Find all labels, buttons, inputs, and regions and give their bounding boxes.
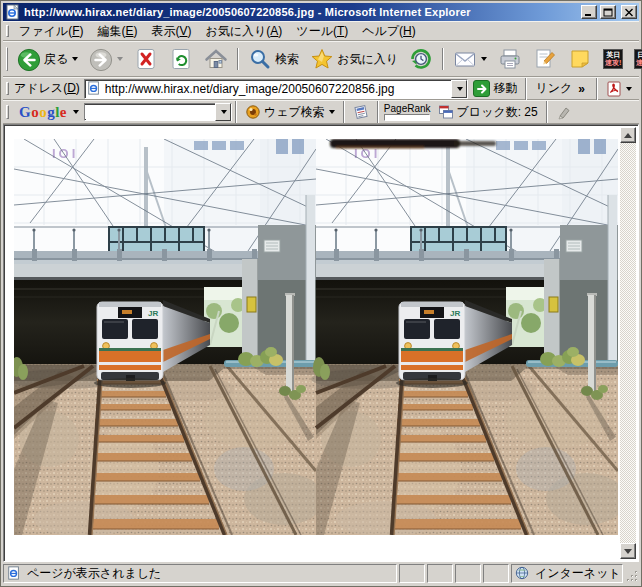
page-info-icon — [353, 104, 369, 120]
pagerank-widget[interactable]: PageRank — [382, 104, 433, 121]
stop-icon — [134, 47, 158, 71]
browser-window: http://www.hirax.net/diary_image/2005060… — [0, 0, 642, 587]
resize-grip[interactable] — [625, 564, 639, 583]
googlebar-grip[interactable] — [6, 105, 9, 119]
google-dropdown-icon — [73, 110, 79, 114]
edit-button[interactable] — [528, 44, 562, 74]
links-overflow-chevron: » — [575, 82, 588, 96]
adobe-pdf-icon — [606, 81, 622, 97]
addressbar-separator — [525, 78, 527, 100]
search-button[interactable]: 検索 — [243, 44, 304, 74]
web-search-label: ウェブ検索 — [264, 104, 325, 121]
search-icon — [248, 47, 272, 71]
menubar-grip[interactable] — [6, 25, 9, 38]
scroll-down-button[interactable] — [620, 543, 636, 559]
refresh-icon — [169, 47, 193, 71]
status-panel-empty — [483, 564, 509, 583]
page-info-button[interactable] — [348, 101, 374, 123]
photo-stereo-pair: IOI — [14, 139, 618, 535]
menu-view[interactable]: 表示(V) — [144, 21, 198, 42]
stop-button[interactable] — [129, 44, 163, 74]
menu-help[interactable]: ヘルプ(H) — [355, 21, 423, 42]
status-message: ページが表示されました — [27, 565, 161, 582]
address-dropdown-button[interactable] — [451, 80, 467, 98]
toolbar-separator — [237, 48, 239, 70]
photo-left-half — [14, 139, 324, 535]
google-logo: Google — [17, 104, 69, 121]
google-search-box — [84, 103, 232, 121]
home-button[interactable] — [199, 44, 233, 74]
menu-file[interactable]: ファイル(F) — [12, 21, 90, 42]
mail-icon — [453, 47, 477, 71]
status-panel-empty — [427, 564, 453, 583]
menu-favorites[interactable]: お気に入り(A) — [199, 21, 290, 42]
links-button[interactable]: リンク » — [530, 77, 593, 100]
toolbar-grip[interactable] — [6, 47, 8, 71]
pdf-dropdown-icon — [626, 87, 632, 91]
print-button[interactable] — [493, 44, 527, 74]
popup-blocker-icon — [438, 104, 454, 120]
address-label: アドレス(D) — [12, 80, 84, 97]
photo-right-half — [311, 139, 618, 535]
web-search-button[interactable]: ウェブ検索 — [240, 101, 340, 124]
standard-toolbar: 戻る 検索 — [3, 41, 639, 77]
vertical-scrollbar[interactable] — [620, 127, 636, 559]
search-label: 検索 — [275, 51, 299, 68]
train-stereo-photo: IOI — [14, 139, 618, 535]
back-dropdown-icon — [72, 57, 78, 61]
mail-button[interactable] — [448, 44, 492, 74]
maximize-button[interactable] — [600, 5, 616, 19]
favorites-button[interactable]: お気に入り — [305, 44, 403, 74]
close-icon — [624, 8, 634, 17]
security-zone-panel: インターネット — [511, 564, 623, 583]
back-label: 戻る — [44, 51, 68, 68]
ie-page-icon — [5, 4, 21, 20]
mail-dropdown-icon — [481, 57, 487, 61]
forward-button[interactable] — [84, 44, 128, 74]
messenger-button[interactable] — [563, 44, 597, 74]
menu-bar: ファイル(F) 編集(E) 表示(V) お気に入り(A) ツール(T) ヘルプ(… — [3, 21, 639, 41]
links-label: リンク — [535, 80, 572, 97]
adobe-pdf-button[interactable] — [601, 78, 637, 100]
translate-en-ja-button[interactable]: 英日 速攻! — [598, 46, 628, 72]
googlebar-separator — [546, 101, 548, 123]
scroll-up-button[interactable] — [620, 127, 636, 143]
minimize-button[interactable] — [581, 5, 597, 19]
address-input[interactable] — [105, 81, 450, 97]
close-button[interactable] — [621, 5, 637, 19]
history-button[interactable] — [404, 44, 438, 74]
google-search-input[interactable] — [85, 105, 215, 119]
web-search-icon — [245, 104, 261, 120]
print-icon — [498, 47, 522, 71]
highlighter-button[interactable] — [551, 101, 577, 123]
popup-blocker-button[interactable]: ブロック数: 25 — [433, 101, 543, 124]
translate-ja-en-button[interactable]: 日英 速攻! — [629, 46, 642, 72]
pagerank-label: PageRank — [384, 104, 431, 114]
menu-edit[interactable]: 編集(E) — [90, 21, 144, 42]
googlebar-separator — [235, 101, 237, 123]
resize-grip-icon — [625, 569, 639, 583]
google-search-dropdown[interactable] — [215, 103, 231, 121]
google-toolbar: Google ウェブ検索 PageRank — [3, 100, 639, 124]
googlebar-separator — [343, 101, 345, 123]
addressbar-grip[interactable] — [6, 82, 9, 95]
back-button[interactable]: 戻る — [12, 44, 83, 74]
chevron-down-icon — [221, 110, 227, 114]
go-button[interactable]: 移動 — [468, 78, 522, 99]
page-content: IOI — [3, 124, 639, 562]
forward-icon — [89, 47, 113, 71]
security-zone-label: インターネット — [535, 565, 621, 582]
minimize-icon — [584, 8, 594, 17]
translate-ja-en-icon: 日英 速攻! — [634, 49, 642, 69]
status-message-panel: ページが表示されました — [3, 564, 397, 583]
title-bar: http://www.hirax.net/diary_image/2005060… — [3, 3, 639, 21]
scrollbar-track[interactable] — [620, 143, 636, 543]
refresh-button[interactable] — [164, 44, 198, 74]
history-icon — [409, 47, 433, 71]
addressbar-separator — [596, 78, 598, 100]
googlebar-separator — [377, 101, 379, 123]
menu-tools[interactable]: ツール(T) — [289, 21, 355, 42]
highlighter-pen-icon — [556, 104, 572, 120]
chevron-down-icon — [457, 87, 463, 91]
google-logo-button[interactable]: Google — [12, 101, 84, 124]
